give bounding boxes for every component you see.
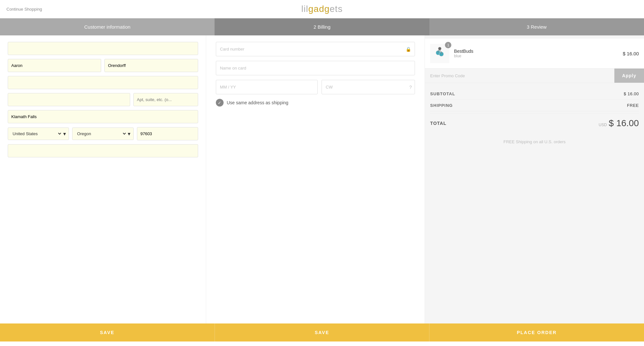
card-number-input[interactable] (216, 42, 415, 56)
shipping-value: FREE (627, 103, 639, 108)
product-badge: 1 (445, 42, 451, 48)
total-value: USD $ 16.00 (599, 118, 639, 128)
same-address-row: ✓ Use same address as shipping (216, 99, 415, 107)
name-row (8, 59, 198, 72)
save-middle-button[interactable]: SAVE (215, 323, 430, 341)
lock-icon: 🔒 (406, 47, 411, 52)
address2-row (8, 93, 198, 106)
continue-shopping-link[interactable]: Continue Shopping (6, 7, 42, 12)
promo-code-input[interactable] (425, 69, 614, 83)
total-label: TOTAL (430, 121, 446, 126)
site-logo: lilgadgets (301, 4, 342, 14)
name-on-card-input[interactable] (216, 61, 415, 75)
billing-panel: 🔒 ? ✓ Use same address as shipping (206, 35, 425, 323)
address1-field-wrap (8, 76, 198, 89)
name-on-card-field-wrap (216, 61, 415, 75)
customer-info-panel: United States ▼ Oregon ▼ (0, 35, 206, 323)
logo-text: lil (301, 4, 308, 14)
product-row: 1 BestBuds blue $ 16.00 (430, 44, 639, 63)
main-content: United States ▼ Oregon ▼ 🔒 (0, 35, 644, 323)
shipping-label: SHIPPING (430, 103, 453, 108)
step-nav: Customer information 2 Billing 3 Review (0, 18, 644, 35)
expiry-input[interactable] (216, 80, 318, 94)
place-order-button[interactable]: PLACE ORDER (429, 323, 644, 341)
city-field-wrap (8, 110, 198, 123)
product-thumbnail: 1 (430, 44, 449, 63)
phone-field-wrap (8, 144, 198, 157)
same-address-checkbox[interactable]: ✓ (216, 99, 224, 107)
apt-input[interactable] (133, 93, 198, 106)
subtotal-value: $ 16.00 (624, 91, 639, 96)
address1-input[interactable] (8, 76, 198, 89)
total-usd: USD (599, 123, 607, 127)
step-customer-info[interactable]: Customer information (0, 18, 215, 35)
step-review[interactable]: 3 Review (429, 18, 644, 35)
card-number-field-wrap: 🔒 (216, 42, 415, 56)
totals-section: SUBTOTAL $ 16.00 SHIPPING FREE TOTAL USD… (425, 83, 644, 156)
total-row: TOTAL USD $ 16.00 (430, 113, 639, 133)
last-name-input[interactable] (104, 59, 198, 72)
free-shipping-note: FREE Shipping on all U.S. orders (430, 133, 639, 151)
state-select[interactable]: Oregon (74, 128, 127, 140)
subtotal-row: SUBTOTAL $ 16.00 (430, 88, 639, 100)
country-select[interactable]: United States (10, 128, 62, 140)
promo-section: Apply (425, 69, 644, 83)
order-summary-panel: 1 BestBuds blue $ 16.00 Apply SUBTOTAL $… (425, 35, 644, 323)
total-amount: $ 16.00 (609, 118, 639, 128)
svg-line-6 (438, 50, 440, 51)
shipping-row: SHIPPING FREE (430, 100, 639, 111)
address2-input[interactable] (8, 93, 130, 106)
state-select-wrap: Oregon ▼ (72, 127, 133, 140)
first-name-input[interactable] (8, 59, 101, 72)
cvv-wrap: ? (322, 80, 415, 94)
city-input[interactable] (8, 110, 198, 123)
cvv-help-icon[interactable]: ? (409, 85, 412, 90)
logo-text2: gadg (308, 4, 330, 14)
apply-promo-button[interactable]: Apply (614, 69, 644, 83)
subtotal-label: SUBTOTAL (430, 91, 455, 96)
card-expiry-cvv-row: ? (216, 80, 415, 94)
product-summary: 1 BestBuds blue $ 16.00 (425, 39, 644, 69)
product-info: BestBuds blue (454, 49, 618, 58)
phone-input[interactable] (8, 144, 198, 157)
logo-text3: ets (330, 4, 342, 14)
country-select-wrap: United States ▼ (8, 127, 69, 140)
location-row: United States ▼ Oregon ▼ (8, 127, 198, 140)
same-address-label: Use same address as shipping (227, 100, 288, 105)
step-billing[interactable]: 2 Billing (215, 18, 429, 35)
svg-point-3 (438, 47, 441, 50)
product-name: BestBuds (454, 49, 618, 54)
product-price: $ 16.00 (623, 51, 639, 56)
zip-input[interactable] (137, 127, 198, 140)
country-chevron-icon: ▼ (62, 131, 67, 136)
cvv-input[interactable] (322, 80, 415, 94)
email-field-wrap (8, 42, 198, 55)
save-left-button[interactable]: SAVE (0, 323, 215, 341)
top-bar: Continue Shopping lilgadgets (0, 0, 644, 18)
bottom-bar: SAVE SAVE PLACE ORDER (0, 323, 644, 341)
product-variant: blue (454, 54, 618, 58)
state-chevron-icon: ▼ (127, 131, 131, 136)
email-input[interactable] (8, 42, 198, 55)
